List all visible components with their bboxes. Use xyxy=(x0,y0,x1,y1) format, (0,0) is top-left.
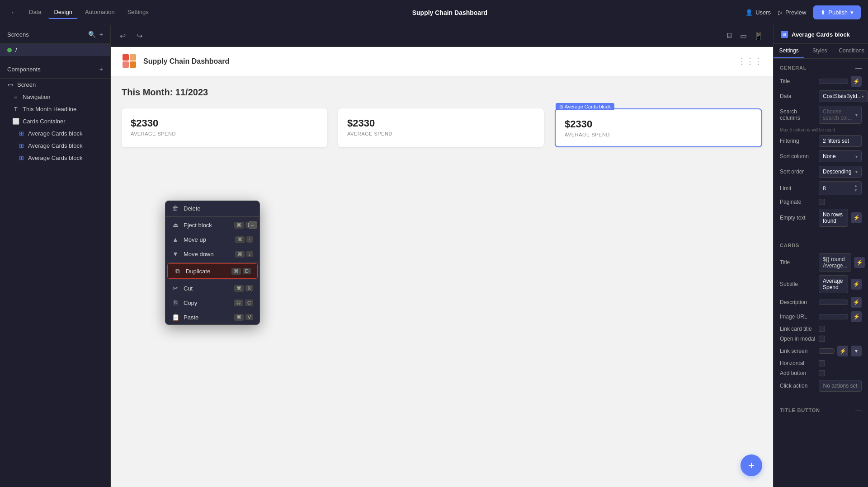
sidebar-item-container[interactable]: ⬜ Cards Container xyxy=(0,115,110,127)
link-screen-arrow[interactable]: ▾ xyxy=(851,346,862,356)
canvas-frame: Supply Chain Dashboard ⋮⋮⋮ This Month: 1… xyxy=(111,47,773,487)
sidebar-item-screen[interactable]: ▭ Screen xyxy=(0,79,110,91)
paginate-checkbox[interactable] xyxy=(819,199,825,205)
add-screen-icon[interactable]: + xyxy=(99,31,103,38)
avg-card-2[interactable]: $2330 AVERAGE SPEND xyxy=(338,108,544,147)
avg-card-3[interactable]: ⊞ Average Cards block $2330 AVERAGE SPEN… xyxy=(555,108,762,147)
general-section: GENERAL — Title ⚡ Data CostStatsById... … xyxy=(774,59,868,236)
screens-title: Screens xyxy=(7,31,29,38)
ctx-move-down[interactable]: ▼ Move down ⌘ ↓ xyxy=(165,247,259,261)
link-card-checkbox[interactable] xyxy=(819,326,825,332)
headline-label: This Month Headline xyxy=(23,106,76,112)
cards-section-header: CARDS — xyxy=(780,242,862,249)
filtering-input[interactable]: 2 filters set xyxy=(819,135,862,147)
search-col-input[interactable]: Choose search col... ▾ xyxy=(819,106,862,124)
nav-settings[interactable]: Settings xyxy=(122,6,154,19)
ctx-copy[interactable]: ⎘ Copy ⌘ C xyxy=(165,295,259,310)
publish-chevron: ▾ xyxy=(850,9,854,16)
ctx-move-up[interactable]: ▲ Move up ⌘ ↑ xyxy=(165,232,259,247)
sidebar-item-cards-3[interactable]: ⊞ Average Cards block xyxy=(0,152,110,164)
sort-order-value: Descending xyxy=(823,169,851,175)
sort-order-row: Sort order Descending ▾ xyxy=(780,166,862,178)
move-up-icon: ▲ xyxy=(172,236,179,243)
undo-button[interactable]: ↩ xyxy=(118,30,127,42)
canvas-area: Supply Chain Dashboard ⋮⋮⋮ This Month: 1… xyxy=(111,47,773,487)
desktop-view-button[interactable]: 🖥 xyxy=(723,30,736,42)
cards-label-2: Average Cards block xyxy=(28,142,82,149)
limit-input[interactable]: 8 ▲ ▼ xyxy=(819,181,862,195)
mup-key-2: ↑ xyxy=(246,236,254,243)
cards-collapse[interactable]: — xyxy=(855,242,862,249)
search-icon[interactable]: 🔍 xyxy=(88,31,96,38)
tablet-view-button[interactable]: ▭ xyxy=(737,30,750,42)
add-btn-checkbox[interactable] xyxy=(819,370,825,376)
general-collapse[interactable]: — xyxy=(855,64,862,71)
ctx-eject[interactable]: ⏏ Eject block ⌘ E ← xyxy=(165,218,259,232)
redo-button[interactable]: ↪ xyxy=(135,30,144,42)
cards-img-row: Image URL ⚡ xyxy=(780,311,862,322)
sidebar-item-cards-2[interactable]: ⊞ Average Cards block xyxy=(0,140,110,152)
ctx-cut[interactable]: ✂ Cut ⌘ X xyxy=(165,281,259,295)
click-action-btn[interactable]: No actions set xyxy=(819,380,862,392)
limit-down-arrow[interactable]: ▼ xyxy=(854,188,858,193)
ctx-duplicate[interactable]: ⧉ Duplicate ⌘ D xyxy=(167,263,258,279)
link-screen-input[interactable] xyxy=(819,348,835,354)
sidebar-item-headline[interactable]: T This Month Headline xyxy=(0,103,110,115)
ctx-paste[interactable]: 📋 Paste ⌘ V xyxy=(165,310,259,324)
add-component-icon[interactable]: + xyxy=(99,66,103,73)
open-modal-checkbox[interactable] xyxy=(819,336,825,342)
cut-icon: ✂ xyxy=(172,285,179,292)
cards-desc-input[interactable] xyxy=(819,300,848,305)
title-field-label: Title xyxy=(780,78,816,84)
sort-order-input[interactable]: Descending ▾ xyxy=(819,166,862,178)
nav-data[interactable]: Data xyxy=(24,6,47,19)
mobile-view-button[interactable]: 📱 xyxy=(751,30,766,42)
right-actions: 👤 Users ▷ Preview ⬆ Publish ▾ xyxy=(745,5,861,19)
float-add-button[interactable]: + xyxy=(741,454,762,476)
cards-icon-3: ⊞ xyxy=(18,155,24,161)
sidebar-item-navigation[interactable]: ≡ Navigation xyxy=(0,91,110,103)
title-btn-label: TITLE BUTTON xyxy=(780,407,820,413)
tab-styles[interactable]: Styles xyxy=(804,44,835,58)
search-col-label: Search columns xyxy=(780,108,816,121)
tab-conditions[interactable]: Conditions xyxy=(835,44,868,58)
cards-title-row: Title ${{ round Average... ⚡ xyxy=(780,253,862,272)
nav-design[interactable]: Design xyxy=(48,6,77,19)
svg-rect-3 xyxy=(130,61,136,68)
cards-title-lightning[interactable]: ⚡ xyxy=(854,257,865,268)
users-button[interactable]: 👤 Users xyxy=(745,9,771,16)
publish-button[interactable]: ⬆ Publish ▾ xyxy=(813,5,861,19)
empty-text-input[interactable]: No rows found xyxy=(819,209,848,227)
sidebar-item-root[interactable]: / xyxy=(0,44,110,56)
preview-button[interactable]: ▷ Preview xyxy=(778,9,806,16)
ctx-delete[interactable]: 🗑 Delete xyxy=(165,201,259,215)
cards-subtitle-lightning[interactable]: ⚡ xyxy=(851,279,862,290)
cards-img-lightning[interactable]: ⚡ xyxy=(851,311,862,322)
move-down-icon: ▼ xyxy=(172,250,179,258)
empty-text-lightning[interactable]: ⚡ xyxy=(851,212,862,223)
move-down-label: Move down xyxy=(184,251,231,258)
sort-col-input[interactable]: None ▾ xyxy=(819,150,862,162)
title-btn-collapse[interactable]: — xyxy=(855,407,862,414)
cards-img-input[interactable] xyxy=(819,314,848,319)
app-header-dots[interactable]: ⋮⋮⋮ xyxy=(738,56,762,66)
link-screen-label: Link screen xyxy=(780,348,816,354)
limit-up-arrow[interactable]: ▲ xyxy=(854,184,858,188)
link-screen-lightning[interactable]: ⚡ xyxy=(837,346,848,356)
top-nav: ← Data Design Automation Settings Supply… xyxy=(0,0,868,25)
title-field-input[interactable] xyxy=(819,79,848,84)
cards-desc-lightning[interactable]: ⚡ xyxy=(851,297,862,308)
title-lightning[interactable]: ⚡ xyxy=(851,76,862,87)
tab-settings[interactable]: Settings xyxy=(774,44,804,58)
horizontal-checkbox[interactable] xyxy=(819,360,825,366)
cards-title-input[interactable]: ${{ round Average... xyxy=(819,253,851,272)
nav-automation[interactable]: Automation xyxy=(80,6,120,19)
sidebar-item-cards-1[interactable]: ⊞ Average Cards block xyxy=(0,127,110,140)
data-field-input[interactable]: CostStatsById... ▾ xyxy=(819,90,868,102)
back-button[interactable]: ← xyxy=(7,6,20,19)
cards-section: CARDS — Title ${{ round Average... ⚡ Sub… xyxy=(774,236,868,401)
cards-subtitle-input[interactable]: Average Spend xyxy=(819,275,848,293)
mup-key-1: ⌘ xyxy=(235,236,245,243)
avg-card-1[interactable]: $2330 AVERAGE SPEND xyxy=(122,108,327,147)
cards-label-3: Average Cards block xyxy=(28,155,82,161)
